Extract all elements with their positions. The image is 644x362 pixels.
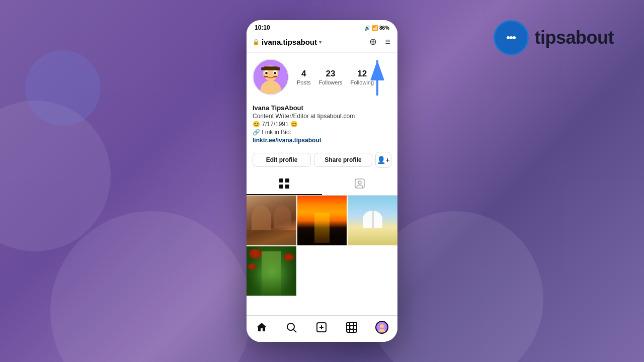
- svg-line-23: [294, 330, 297, 333]
- create-icon: [315, 321, 328, 333]
- svg-rect-17: [285, 178, 289, 183]
- profile-link[interactable]: linktr.ee/ivana.tipsabout: [253, 137, 391, 144]
- svg-point-3: [513, 36, 516, 39]
- logo-svg: [501, 28, 521, 48]
- svg-point-1: [507, 36, 510, 39]
- svg-point-22: [287, 323, 294, 330]
- bio-section: Ivana TipsAbout Content Writer/Editor at…: [247, 104, 397, 149]
- posts-count: 4: [301, 69, 306, 79]
- svg-rect-15: [274, 76, 278, 77]
- logo-icon: [494, 20, 529, 55]
- nav-create[interactable]: [315, 321, 328, 333]
- svg-rect-14: [264, 76, 268, 77]
- volume-icon: 🔊: [364, 25, 370, 31]
- posts-label: Posts: [297, 79, 311, 85]
- svg-rect-16: [279, 178, 283, 183]
- following-stat[interactable]: 12 Following: [351, 69, 374, 85]
- following-label: Following: [351, 79, 374, 85]
- stats-area: 4 Posts 23 Followers 12 Following: [297, 69, 391, 85]
- profile-description: Content Writer/Editor at tipsabout.com: [253, 113, 391, 120]
- tab-grid[interactable]: [247, 173, 322, 195]
- add-person-icon: 👤+: [377, 156, 389, 164]
- menu-button[interactable]: ≡: [384, 36, 391, 48]
- status-bar: 10:10 🔊 📶 86%: [247, 20, 397, 33]
- nav-profile[interactable]: [375, 321, 388, 334]
- add-person-button[interactable]: 👤+: [375, 152, 391, 168]
- post-item[interactable]: [348, 196, 397, 245]
- search-icon: [285, 321, 297, 333]
- svg-rect-18: [279, 185, 283, 189]
- followers-label: Followers: [319, 79, 343, 85]
- posts-stat[interactable]: 4 Posts: [297, 69, 311, 85]
- bg-decoration-2: [25, 50, 101, 126]
- logo-text: tipsabout: [535, 27, 614, 48]
- tab-tagged[interactable]: [322, 173, 397, 195]
- bottom-nav: [247, 315, 397, 342]
- svg-point-28: [350, 325, 354, 329]
- post-item[interactable]: [247, 246, 296, 296]
- home-icon: [256, 321, 268, 333]
- profile-name: Ivana TipsAbout: [253, 104, 391, 112]
- svg-point-21: [358, 181, 361, 184]
- followers-stat[interactable]: 23 Followers: [319, 69, 343, 85]
- share-profile-button[interactable]: Share profile: [314, 153, 372, 167]
- tagged-icon: [354, 178, 365, 189]
- nav-reels[interactable]: [346, 321, 358, 333]
- action-buttons: Edit profile Share profile 👤+: [247, 149, 397, 173]
- signal-icon: 📶: [372, 25, 378, 31]
- profile-top: 4 Posts 23 Followers 12 Following: [253, 59, 391, 95]
- avatar-container[interactable]: [253, 59, 289, 95]
- posts-grid: [247, 196, 397, 296]
- lock-icon: 🔒: [253, 39, 260, 45]
- svg-rect-13: [276, 67, 280, 70]
- profile-birthday: 😊 7/17/1991 😊: [253, 121, 391, 128]
- tabs-bar: [247, 173, 397, 196]
- header-actions: ⊕ ≡: [368, 35, 391, 48]
- post-item[interactable]: [247, 196, 296, 245]
- reels-icon: [346, 321, 358, 333]
- svg-rect-19: [285, 185, 289, 189]
- svg-rect-27: [347, 322, 357, 332]
- battery-text: 86%: [379, 25, 389, 31]
- svg-point-2: [510, 36, 513, 39]
- username-area[interactable]: 🔒 ivana.tipsabout ▾: [253, 38, 321, 46]
- svg-point-34: [380, 324, 384, 328]
- svg-rect-12: [261, 67, 265, 70]
- profile-section: 4 Posts 23 Followers 12 Following: [247, 53, 397, 104]
- grid-icon: [279, 178, 290, 189]
- svg-point-9: [265, 72, 268, 74]
- edit-profile-button[interactable]: Edit profile: [253, 153, 311, 167]
- avatar-svg: [254, 59, 288, 95]
- add-post-button[interactable]: ⊕: [368, 35, 378, 48]
- nav-search[interactable]: [285, 321, 297, 333]
- app-header: 🔒 ivana.tipsabout ▾ ⊕ ≡: [247, 33, 397, 53]
- followers-count: 23: [326, 69, 336, 79]
- profile-avatar-svg: [377, 322, 387, 332]
- post-item[interactable]: [297, 196, 347, 245]
- following-count: 12: [357, 69, 367, 79]
- username: ivana.tipsabout: [262, 38, 317, 46]
- phone-frame: 10:10 🔊 📶 86% 🔒 ivana.tipsabout ▾ ⊕ ≡: [247, 20, 397, 342]
- chevron-down-icon: ▾: [319, 39, 321, 45]
- profile-avatar-nav: [375, 321, 388, 334]
- svg-rect-11: [263, 66, 278, 70]
- status-icons: 🔊 📶 86%: [364, 25, 389, 31]
- status-time: 10:10: [255, 24, 270, 31]
- nav-home[interactable]: [256, 321, 268, 333]
- avatar: [253, 59, 289, 95]
- profile-link-label: 🔗 Link in Bio:: [253, 129, 391, 136]
- tipsabout-logo: tipsabout: [494, 20, 614, 55]
- svg-point-10: [274, 72, 276, 74]
